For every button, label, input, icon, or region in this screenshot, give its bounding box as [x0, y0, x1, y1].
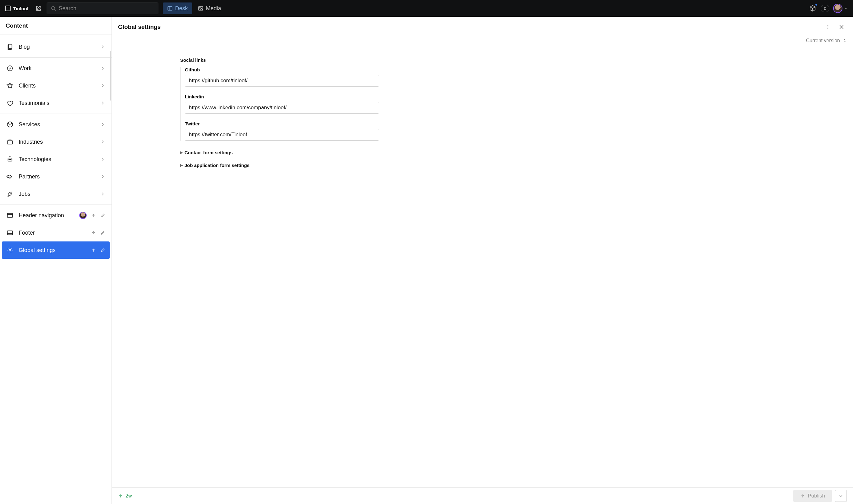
more-menu-button[interactable] [822, 22, 833, 32]
field-label-linkedin: Linkedin [185, 94, 379, 99]
sidebar-item-label: Industries [19, 139, 95, 145]
svg-point-11 [10, 193, 11, 194]
sidebar-item-blog[interactable]: Blog [2, 38, 110, 56]
notification-dot-icon [815, 3, 818, 6]
image-icon [198, 5, 204, 11]
sidebar-group: Services Industries Technologies [0, 114, 111, 205]
sidebar-title: Content [0, 17, 111, 34]
publish-up-icon [91, 230, 96, 235]
sidebar-item-footer[interactable]: Footer [2, 224, 110, 241]
chevron-right-icon [100, 44, 105, 49]
sidebar-item-services[interactable]: Services [2, 116, 110, 133]
twitter-input[interactable] [185, 129, 379, 141]
user-menu[interactable] [833, 4, 848, 13]
edit-icon [100, 248, 105, 253]
status-age: 2w [125, 493, 132, 499]
search-box[interactable] [47, 2, 158, 14]
sidebar-item-header-navigation[interactable]: Header navigation [2, 207, 110, 224]
sidebar-item-global-settings[interactable]: Global settings [2, 241, 110, 259]
linkedin-input[interactable] [185, 102, 379, 113]
edit-icon [100, 213, 105, 218]
sidebar-item-work[interactable]: Work [2, 59, 110, 77]
sidebar-item-label: Technologies [19, 156, 95, 163]
chevron-right-icon [100, 66, 105, 71]
svg-point-15 [828, 25, 829, 26]
sidebar-item-technologies[interactable]: Technologies [2, 150, 110, 168]
version-selector[interactable]: Current version [112, 36, 853, 48]
sidebar-item-label: Blog [19, 44, 95, 50]
disclosure-contact-form[interactable]: ▶ Contact form settings [180, 146, 379, 159]
document-body[interactable]: Social links Github Linkedin Twitter [112, 48, 853, 487]
sidebar-item-label: Global settings [19, 247, 86, 254]
triangle-right-icon: ▶ [180, 163, 182, 167]
briefcase-icon [6, 138, 14, 146]
svg-rect-1 [168, 6, 172, 10]
top-bar: Tinloof Desk Media 0 [0, 0, 853, 17]
svg-point-8 [9, 159, 9, 160]
svg-point-10 [10, 157, 10, 157]
svg-rect-6 [7, 141, 13, 144]
sidebar-item-testimonials[interactable]: Testimonials [2, 94, 110, 112]
brand-name: Tinloof [13, 6, 29, 11]
avatar [833, 4, 842, 13]
select-icon [842, 38, 847, 43]
chevron-right-icon [100, 174, 105, 179]
sidebar-item-partners[interactable]: Partners [2, 168, 110, 185]
tab-media[interactable]: Media [193, 2, 226, 14]
chevron-right-icon [100, 139, 105, 144]
sidebar-item-label: Partners [19, 174, 95, 180]
packages-button[interactable] [808, 4, 817, 13]
sidebar-item-label: Header navigation [19, 212, 74, 219]
sidebar-group: Work Clients Testimonials [0, 58, 111, 114]
tab-desk-label: Desk [175, 5, 188, 12]
check-circle-icon [6, 65, 14, 72]
svg-point-14 [9, 249, 11, 251]
presence-avatar [79, 212, 87, 219]
chevron-right-icon [100, 101, 105, 106]
notifications-count[interactable]: 0 [821, 5, 830, 12]
panel-header: Global settings [112, 17, 853, 36]
publish-button-label: Publish [808, 493, 825, 499]
sidebar-list[interactable]: Blog Work [0, 34, 111, 504]
sidebar-item-clients[interactable]: Clients [2, 77, 110, 94]
star-icon [6, 82, 14, 89]
documents-icon [6, 43, 14, 51]
sidebar: Content Blog [0, 17, 112, 504]
close-button[interactable] [836, 22, 847, 32]
publish-up-icon [800, 493, 805, 499]
status-chip[interactable]: 2w [118, 493, 132, 499]
chevron-down-icon [838, 493, 843, 499]
field-label-twitter: Twitter [185, 121, 379, 126]
github-input[interactable] [185, 75, 379, 87]
compose-button[interactable] [34, 3, 43, 13]
search-input[interactable] [59, 5, 154, 12]
topbar-right: 0 [808, 4, 850, 13]
field-github: Github [185, 67, 379, 87]
triangle-right-icon: ▶ [180, 150, 182, 155]
sidebar-item-label: Work [19, 65, 95, 72]
chevron-right-icon [100, 122, 105, 127]
chevron-right-icon [100, 192, 105, 196]
svg-rect-4 [8, 44, 12, 49]
publish-menu-button[interactable] [835, 490, 847, 502]
robot-icon [6, 156, 14, 163]
close-icon [838, 24, 845, 30]
sidebar-item-label: Services [19, 121, 95, 128]
sidebar-group: Blog [0, 36, 111, 58]
tab-desk[interactable]: Desk [163, 2, 192, 14]
gear-icon [6, 247, 14, 254]
sidebar-group: Header navigation Footer [0, 205, 111, 261]
svg-rect-2 [198, 6, 203, 10]
sidebar-item-jobs[interactable]: Jobs [2, 185, 110, 203]
main: Content Blog [0, 17, 853, 504]
publish-button[interactable]: Publish [794, 490, 832, 502]
sidebar-item-label: Jobs [19, 191, 95, 197]
sidebar-item-industries[interactable]: Industries [2, 133, 110, 150]
section-title-social: Social links [180, 57, 379, 63]
svg-point-9 [11, 159, 11, 160]
sidebar-item-label: Clients [19, 83, 95, 89]
brand[interactable]: Tinloof [3, 5, 31, 11]
page-title: Global settings [118, 23, 819, 31]
disclosure-job-form[interactable]: ▶ Job application form settings [180, 159, 379, 172]
svg-point-16 [828, 27, 829, 28]
